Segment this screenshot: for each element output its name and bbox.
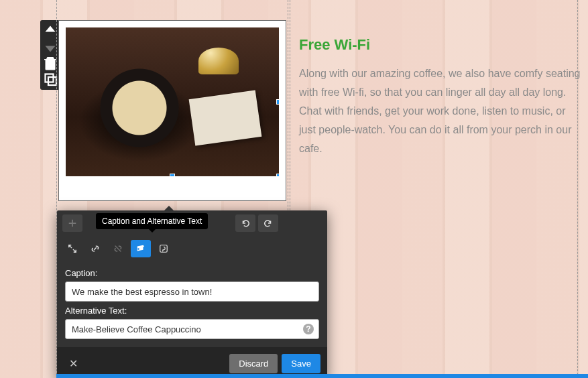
resize-handle-bottom[interactable] xyxy=(170,174,175,176)
content-heading[interactable]: Free Wi-Fi xyxy=(299,36,581,54)
text-block: Free Wi-Fi Along with our amazing coffee… xyxy=(299,36,581,158)
unlink-button[interactable] xyxy=(108,240,128,257)
redo-button[interactable] xyxy=(258,214,278,232)
caption-alt-form: Caption: Alternative Text: ? xyxy=(57,261,327,347)
add-image-button[interactable] xyxy=(62,214,82,232)
help-icon[interactable]: ? xyxy=(303,324,314,334)
link-button[interactable] xyxy=(85,240,105,257)
caption-alt-button[interactable] xyxy=(131,240,151,257)
alt-text-input[interactable] xyxy=(65,319,319,339)
content-body[interactable]: Along with our amazing coffee, we also h… xyxy=(299,64,581,158)
discard-button[interactable]: Discard xyxy=(229,354,278,373)
undo-button[interactable] xyxy=(235,214,255,232)
image-preview xyxy=(66,27,279,176)
svg-rect-0 xyxy=(46,74,54,82)
svg-rect-2 xyxy=(160,245,168,253)
caption-label: Caption: xyxy=(65,268,319,278)
resize-handle-right[interactable] xyxy=(276,99,279,105)
alt-text-label: Alternative Text: xyxy=(65,306,319,316)
save-button[interactable]: Save xyxy=(282,354,320,373)
resize-handle-corner[interactable] xyxy=(276,174,279,176)
image-editor-panel: Caption and Alternative Text Caption: xyxy=(57,210,327,378)
editor-toolbar-row-1: Caption and Alternative Text xyxy=(57,210,327,236)
pinterest-button[interactable] xyxy=(154,240,174,257)
svg-rect-1 xyxy=(48,77,56,85)
caption-input[interactable] xyxy=(65,281,319,302)
bottom-accent-bar xyxy=(56,374,588,378)
close-button[interactable]: ✕ xyxy=(64,357,83,370)
expand-button[interactable] xyxy=(62,240,82,257)
tooltip-caption-alt: Caption and Alternative Text xyxy=(96,213,208,229)
image-block[interactable] xyxy=(58,20,286,201)
editor-toolbar-row-2 xyxy=(57,236,327,261)
